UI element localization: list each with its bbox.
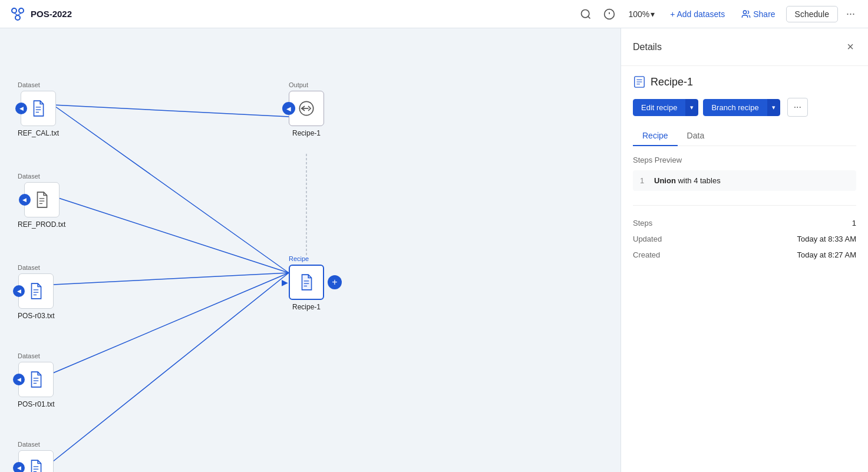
node-ref-prod[interactable]: Dataset ◀ REF_PROD.txt [18, 173, 65, 229]
more-options-button[interactable]: ··· [843, 4, 859, 24]
details-panel: Details × Recipe-1 Edit recipe ▾ [621, 28, 868, 472]
svg-point-1 [19, 8, 24, 13]
zoom-caret-icon: ▾ [651, 9, 655, 19]
node-ref-prod-type-label: Dataset [18, 173, 40, 180]
node-ref-prod-box[interactable]: ◀ [24, 182, 60, 217]
updated-meta-label: Updated [633, 235, 662, 243]
created-meta-value: Today at 8:27 AM [797, 250, 856, 259]
steps-preview-label: Steps Preview [633, 156, 856, 164]
dataset-icon [31, 100, 46, 117]
node-recipe-type-label: Recipe [289, 255, 309, 262]
node-ref-cal-box[interactable]: ◀ [21, 91, 56, 126]
node-output-box[interactable]: ◀ [289, 91, 324, 126]
node-pos-r02-box[interactable]: ◀ [18, 450, 54, 472]
dataset-icon [28, 282, 44, 300]
dataset-icon [28, 371, 44, 388]
details-recipe-header: Recipe-1 [633, 75, 856, 88]
topbar-actions: 100% ▾ + Add datasets Share Schedule ··· [576, 4, 859, 24]
node-pos-r03[interactable]: Dataset ◀ POS-r03.txt [18, 264, 55, 320]
canvas-area[interactable]: Dataset ◀ REF_CAL.txt Dataset ◀ [0, 28, 621, 472]
tab-data[interactable]: Data [678, 126, 714, 146]
schedule-button[interactable]: Schedule [786, 6, 838, 22]
steps-preview-section: Steps Preview 1 Union with 4 tables [633, 156, 856, 191]
recipe-title-icon [633, 75, 646, 88]
app-title: POS-2022 [31, 9, 72, 19]
edit-recipe-caret-button[interactable]: ▾ [685, 99, 698, 116]
add-datasets-button[interactable]: + Add datasets [664, 6, 731, 22]
node-pos-r03-name: POS-r03.txt [18, 312, 55, 320]
node-pos-r03-box[interactable]: ◀ [18, 273, 54, 309]
logo-icon [9, 6, 26, 22]
zoom-value: 100% [628, 9, 649, 19]
svg-line-14 [53, 273, 289, 285]
svg-line-3 [14, 13, 18, 15]
svg-line-16 [53, 273, 289, 461]
add-output-button[interactable]: + [328, 275, 342, 289]
close-details-button[interactable]: × [844, 38, 856, 56]
node-ref-prod-name: REF_PROD.txt [18, 220, 65, 229]
svg-line-11 [53, 105, 289, 117]
branch-recipe-button[interactable]: Branch recipe [703, 99, 767, 116]
schedule-label: Schedule [795, 9, 829, 19]
node-output[interactable]: Output ◀ Recipe-1 [289, 81, 324, 137]
node-output-type-label: Output [289, 81, 308, 88]
pos-r03-left-dot: ◀ [13, 285, 25, 297]
node-ref-cal-type-label: Dataset [18, 81, 40, 88]
node-pos-r03-type-label: Dataset [18, 264, 40, 271]
details-recipe-name: Recipe-1 [651, 76, 693, 88]
svg-line-6 [588, 16, 590, 18]
details-more-button[interactable]: ··· [787, 98, 808, 117]
svg-point-10 [744, 11, 747, 14]
node-recipe-name: Recipe-1 [292, 303, 321, 311]
info-button[interactable] [600, 5, 619, 24]
details-panel-title: Details [633, 42, 662, 52]
dataset-icon [34, 191, 49, 209]
output-icon [298, 100, 315, 117]
svg-line-4 [18, 13, 21, 15]
ref-prod-left-dot: ◀ [19, 194, 31, 206]
node-ref-cal[interactable]: Dataset ◀ REF_CAL.txt [18, 81, 59, 137]
dataset-icon [28, 459, 44, 472]
search-button[interactable] [576, 5, 595, 24]
edit-recipe-group: Edit recipe ▾ [633, 99, 698, 116]
zoom-control[interactable]: 100% ▾ [623, 7, 659, 21]
node-output-name: Recipe-1 [292, 129, 321, 137]
edit-recipe-button[interactable]: Edit recipe [633, 99, 685, 116]
svg-line-12 [53, 105, 289, 273]
meta-created-row: Created Today at 8:27 AM [633, 247, 856, 263]
tab-recipe[interactable]: Recipe [633, 126, 678, 146]
app-logo: POS-2022 [9, 6, 72, 22]
details-metadata: Steps 1 Updated Today at 8:33 AM Created… [633, 205, 856, 263]
edit-recipe-label: Edit recipe [641, 103, 677, 112]
svg-point-0 [12, 8, 16, 13]
branch-recipe-label: Branch recipe [711, 103, 758, 112]
add-datasets-label: + Add datasets [670, 9, 725, 19]
created-meta-label: Created [633, 250, 660, 259]
node-ref-cal-name: REF_CAL.txt [18, 129, 59, 137]
step-number: 1 [640, 176, 649, 185]
node-recipe[interactable]: Recipe ▶ + Recipe-1 [289, 255, 324, 311]
share-label: Share [753, 9, 775, 19]
recipe-arrow-icon: ▶ [282, 278, 288, 287]
share-button[interactable]: Share [735, 6, 781, 22]
pos-r02-left-dot: ◀ [13, 462, 25, 472]
svg-point-2 [15, 15, 20, 20]
ref-cal-left-dot: ◀ [15, 103, 27, 114]
node-pos-r01-name: POS-r01.txt [18, 400, 55, 408]
node-pos-r02[interactable]: Dataset ◀ POS-r02.txt [18, 441, 55, 472]
details-tabs: Recipe Data [633, 126, 856, 146]
details-panel-body: Recipe-1 Edit recipe ▾ Branch recipe ▾ ·… [621, 66, 868, 272]
node-recipe-box[interactable]: ▶ + [289, 265, 324, 300]
node-pos-r01-box[interactable]: ◀ [18, 362, 54, 397]
node-pos-r01[interactable]: Dataset ◀ POS-r01.txt [18, 352, 55, 408]
meta-steps-row: Steps 1 [633, 215, 856, 231]
node-pos-r01-type-label: Dataset [18, 352, 40, 359]
svg-line-15 [53, 273, 289, 373]
steps-meta-label: Steps [633, 219, 652, 227]
recipe-icon [299, 273, 314, 291]
topbar: POS-2022 100% ▾ + Add datasets Share Sch… [0, 0, 868, 28]
meta-updated-row: Updated Today at 8:33 AM [633, 231, 856, 247]
branch-recipe-caret-button[interactable]: ▾ [767, 99, 780, 116]
updated-meta-value: Today at 8:33 AM [797, 235, 856, 243]
svg-point-5 [582, 9, 589, 17]
